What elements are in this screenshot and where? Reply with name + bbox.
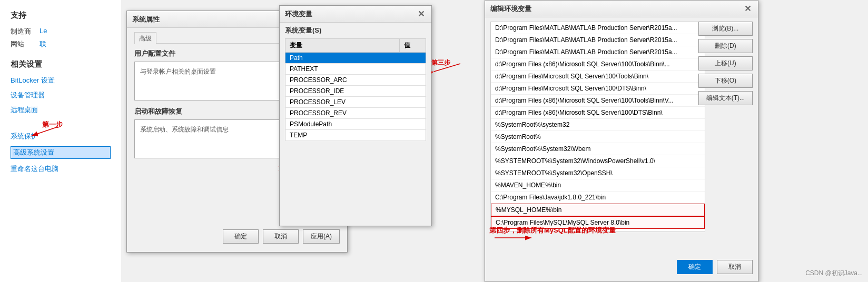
dialog-system-props-title: 系统属性 — [132, 15, 160, 24]
step4-arrow-icon — [489, 235, 553, 254]
path-list-item[interactable]: C:\Program Files\Java\jdk1.8.0_221\bin — [491, 192, 705, 204]
manufacturer-value[interactable]: Le — [40, 27, 47, 36]
link-advanced-system[interactable]: 高级系统设置 — [11, 146, 111, 159]
move-down-button[interactable]: 下移(O) — [698, 74, 753, 88]
path-list-item[interactable]: %SYSTEMROOT%\System32\OpenSSH\ — [491, 167, 705, 179]
path-list-item[interactable]: %MYSQL_HOME%\bin — [491, 204, 705, 216]
path-list[interactable]: D:\Program Files\MATLAB\MATLAB Productio… — [490, 22, 705, 232]
path-list-item[interactable]: d:\Program Files (x86)\Microsoft SQL Ser… — [491, 107, 705, 119]
step3-annotation: 第三步 — [431, 58, 450, 67]
dialog-path-title: 编辑环境变量 — [490, 4, 531, 14]
system-vars-label: 系统变量(S) — [280, 23, 431, 36]
path-list-item[interactable]: D:\Program Files\MATLAB\MATLAB Productio… — [491, 46, 705, 58]
path-list-item[interactable]: d:\Program Files (x86)\Microsoft SQL Ser… — [491, 95, 705, 107]
var-name-cell: PROCESSOR_IDE — [285, 86, 400, 97]
related-settings-title: 相关设置 — [11, 59, 111, 69]
var-name-cell: PROCESSOR_REV — [285, 108, 400, 119]
dialog-path-close[interactable]: ✕ — [742, 4, 753, 14]
var-table-row[interactable]: PSModulePath — [285, 119, 426, 130]
step1-arrow-icon — [26, 124, 68, 140]
var-name-cell: PSModulePath — [285, 119, 400, 130]
svg-line-1 — [32, 127, 58, 136]
website-value[interactable]: 联 — [40, 39, 46, 49]
dialog-path-titlebar: 编辑环境变量 ✕ — [485, 1, 758, 17]
path-right-buttons: 浏览(B)... 删除(D) 上移(U) 下移(O) 编辑文本(T)... — [698, 22, 753, 105]
dialog-apply-button[interactable]: 应用(A) — [303, 229, 340, 244]
step4-container: 第四步，删除所有MySQL配置的环境变量 — [489, 226, 705, 254]
dialog-cancel-button[interactable]: 取消 — [263, 229, 299, 244]
path-list-item[interactable]: d:\Program Files (x86)\Microsoft SQL Ser… — [491, 58, 705, 70]
manufacturer-label: 制造商 — [11, 27, 40, 36]
var-column-header: 变量 — [285, 39, 400, 53]
watermark: CSDN @初识Java... — [805, 269, 863, 278]
dialog-env-titlebar: 环境变量 ✕ — [280, 6, 431, 23]
var-value-cell — [399, 108, 426, 119]
var-table-row[interactable]: Path — [285, 53, 426, 64]
browse-button[interactable]: 浏览(B)... — [698, 22, 753, 36]
dialog-env-close[interactable]: ✕ — [416, 9, 426, 19]
path-confirm-button[interactable]: 确定 — [677, 260, 713, 274]
path-list-item[interactable]: d:\Program Files\Microsoft SQL Server\10… — [491, 70, 705, 83]
link-bitlocker[interactable]: BitLocker 设置 — [11, 76, 111, 85]
dialog-path-edit: 编辑环境变量 ✕ 浏览(B)... 删除(D) 上移(U) 下移(O) 编辑文本… — [485, 0, 758, 282]
var-table-row[interactable]: PROCESSOR_LEV — [285, 97, 426, 108]
delete-button[interactable]: 删除(D) — [698, 39, 753, 53]
var-value-cell — [399, 97, 426, 108]
var-table-row[interactable]: PROCESSOR_IDE — [285, 86, 426, 97]
var-table-row[interactable]: TEMP — [285, 130, 426, 141]
path-list-item[interactable]: D:\Program Files\MATLAB\MATLAB Productio… — [491, 22, 705, 34]
website-label: 网站 — [11, 39, 40, 49]
dialog-confirm-button[interactable]: 确定 — [223, 229, 259, 244]
link-rename-pc[interactable]: 重命名这台电脑 — [11, 164, 111, 174]
move-up-button[interactable]: 上移(U) — [698, 56, 753, 70]
edit-text-button[interactable]: 编辑文本(T)... — [698, 91, 753, 105]
var-value-cell — [399, 86, 426, 97]
dialog-system-props-bottom-btns: 确定 取消 应用(A) — [223, 229, 340, 244]
left-panel: 支持 制造商 Le 网站 联 相关设置 BitLocker 设置 设备管理器 远… — [0, 0, 121, 282]
step4-annotation: 第四步，删除所有MySQL配置的环境变量 — [489, 226, 616, 234]
var-name-cell: PATHEXT — [285, 64, 400, 75]
path-dialog-bottom-btns: 确定 取消 — [677, 260, 753, 274]
dialog-env-variables: 环境变量 ✕ 第三步 系统变量(S) 变量 值 PathPATHEXTPROCE… — [279, 5, 432, 226]
var-value-cell — [399, 119, 426, 130]
path-list-item[interactable]: %SystemRoot%\System32\Wbem — [491, 143, 705, 155]
var-name-cell: PROCESSOR_LEV — [285, 97, 400, 108]
var-name-cell: Path — [285, 53, 400, 64]
var-value-cell — [399, 64, 426, 75]
support-title: 支持 — [11, 11, 111, 21]
var-table-row[interactable]: PATHEXT — [285, 64, 426, 75]
path-list-item[interactable]: %SystemRoot% — [491, 131, 705, 143]
path-list-item[interactable]: %SystemRoot%\system32 — [491, 119, 705, 131]
dialog-env-title: 环境变量 — [285, 9, 312, 19]
link-remote-desktop[interactable]: 远程桌面 — [11, 105, 111, 115]
link-device-manager[interactable]: 设备管理器 — [11, 90, 111, 100]
path-list-item[interactable]: %MAVEN_HOME%\bin — [491, 179, 705, 192]
val-column-header: 值 — [399, 39, 426, 53]
path-list-item[interactable]: %SYSTEMROOT%\System32\WindowsPowerShell\… — [491, 155, 705, 167]
var-name-cell: TEMP — [285, 130, 400, 141]
var-name-cell: PROCESSOR_ARC — [285, 75, 400, 86]
var-table-row[interactable]: PROCESSOR_REV — [285, 108, 426, 119]
path-cancel-button[interactable]: 取消 — [717, 260, 753, 274]
var-table-row[interactable]: PROCESSOR_ARC — [285, 75, 426, 86]
path-list-item[interactable]: d:\Program Files\Microsoft SQL Server\10… — [491, 83, 705, 95]
var-value-cell — [399, 53, 426, 64]
var-value-cell — [399, 75, 426, 86]
system-variables-table: 变量 值 PathPATHEXTPROCESSOR_ARCPROCESSOR_I… — [285, 38, 426, 141]
path-list-item[interactable]: D:\Program Files\MATLAB\MATLAB Productio… — [491, 34, 705, 46]
var-value-cell — [399, 130, 426, 141]
